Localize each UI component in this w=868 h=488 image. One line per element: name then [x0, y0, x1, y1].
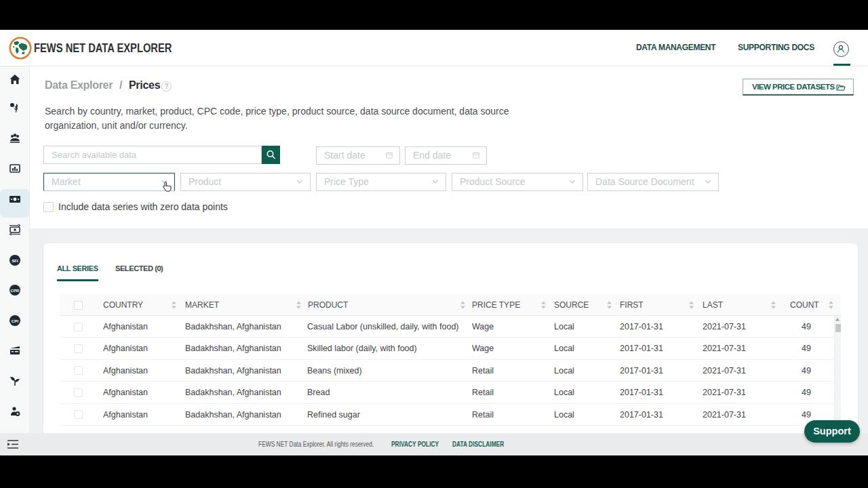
svg-text:CPR: CPR [10, 288, 20, 293]
svg-text:CPI: CPI [12, 319, 19, 323]
svg-text:SFI: SFI [12, 258, 18, 263]
